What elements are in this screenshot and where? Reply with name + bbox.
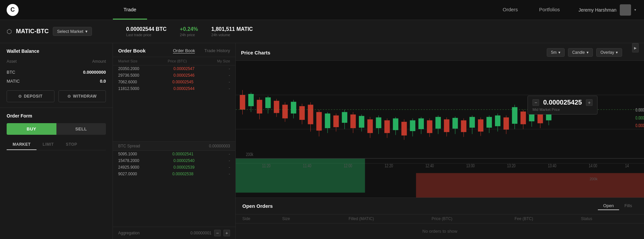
deposit-icon: ⊙: [18, 94, 22, 99]
overlay-chevron-icon: ▾: [616, 50, 618, 55]
svg-rect-37: [393, 119, 398, 130]
buy-mysize-1: -: [229, 152, 230, 156]
select-market-button[interactable]: Select Market ▾: [53, 27, 92, 36]
svg-text:14:00: 14:00: [589, 163, 597, 168]
svg-text:0.00002540: 0.00002540: [635, 123, 644, 128]
chart-expand-button[interactable]: ▶: [632, 43, 639, 52]
timeframe-chevron-icon: ▾: [558, 50, 560, 55]
order-type-market[interactable]: MARKET: [7, 139, 37, 150]
nav-tab-portfolios[interactable]: Portfolios: [528, 0, 571, 20]
col-side: Side: [242, 216, 282, 221]
buy-tab[interactable]: BUY: [7, 123, 56, 135]
svg-text:13:20: 13:20: [507, 163, 516, 168]
logo-area: C: [0, 0, 113, 20]
sell-row-1: 20350.2000 0.00002547 -: [113, 65, 235, 72]
svg-rect-41: [410, 120, 415, 131]
svg-text:200k: 200k: [246, 152, 254, 157]
user-name: Jeremy Harshman: [579, 7, 616, 13]
withdraw-button[interactable]: ⊙ WITHDRAW: [58, 90, 106, 102]
timeframe-selector[interactable]: 5m ▾: [547, 48, 565, 57]
buy-price-2: 0.00002540: [174, 158, 195, 163]
balance-table-header: Asset Amount: [7, 58, 106, 65]
buy-price-4: 0.00002538: [172, 172, 193, 176]
svg-rect-29: [359, 116, 364, 127]
market-stat-volume: 1,801,511 MATIC 24h volume: [211, 26, 253, 37]
market-stat-price: 0.00002544 BTC Last trade price: [126, 26, 167, 37]
order-type-stop[interactable]: STOP: [60, 139, 83, 150]
buy-mysize-2: -: [229, 158, 230, 163]
user-menu[interactable]: Jeremy Harshman ▾: [579, 4, 636, 16]
mid-price-plus-button[interactable]: +: [586, 99, 593, 106]
svg-rect-57: [478, 120, 483, 132]
market-pair-icon: ⬡: [7, 28, 12, 35]
order-type-limit[interactable]: LIMIT: [37, 139, 60, 150]
top-nav: C Trade Orders Portfolios Jeremy Harshma…: [0, 0, 644, 20]
svg-text:14: 14: [625, 163, 629, 168]
order-book-tabs: Order Book Trade History: [173, 48, 230, 53]
wallet-balance-section: Wallet Balance Asset Amount BTC 0.000000…: [0, 43, 113, 108]
overlay-label: Overlay: [601, 50, 614, 55]
mid-price-value: 0.000025425: [543, 99, 582, 106]
balance-row-btc: BTC 0.00000000: [7, 68, 106, 77]
matic-amount: 0.0: [100, 79, 106, 84]
trade-history-tab[interactable]: Trade History: [204, 48, 230, 53]
open-orders-tabs: Open Fills: [598, 202, 637, 210]
sell-price-2: 0.00002546: [174, 73, 195, 78]
svg-rect-67: [521, 112, 526, 124]
fills-tab[interactable]: Fills: [619, 202, 637, 210]
right-panel: Price Charts 5m ▾ Candle ▾ Overlay ▾ ▶: [236, 43, 644, 239]
buy-size-2: 15478.2000: [118, 158, 139, 163]
no-orders-message: No orders to show: [236, 223, 644, 239]
svg-text:0.000255: 0.000255: [635, 107, 644, 113]
agg-plus-button[interactable]: +: [223, 230, 230, 236]
svg-rect-13: [291, 102, 296, 114]
buy-row-2: 15478.2000 0.00002540 -: [113, 157, 235, 164]
withdraw-icon: ⊙: [67, 94, 71, 99]
chart-area: 11:20 11:40 12:00 12:20 12:40 13:00 13:2…: [236, 61, 644, 198]
volume-value: 1,801,511 MATIC: [211, 26, 253, 32]
mid-price-minus-button[interactable]: −: [532, 99, 539, 106]
svg-rect-31: [367, 120, 373, 133]
chart-type-selector[interactable]: Candle ▾: [568, 48, 593, 57]
svg-text:11:40: 11:40: [303, 163, 311, 168]
sell-mysize-2: -: [229, 73, 230, 78]
svg-rect-61: [495, 116, 500, 126]
sell-orders: 20350.2000 0.00002547 - 29736.5000 0.000…: [113, 65, 235, 141]
svg-rect-39: [401, 122, 407, 135]
sell-size-4: 11812.5000: [118, 86, 139, 91]
nav-tab-orders[interactable]: Orders: [492, 0, 528, 20]
nav-tab-trade[interactable]: Trade: [113, 0, 147, 20]
open-tab[interactable]: Open: [598, 202, 619, 210]
buy-size-4: 9027.0000: [118, 172, 137, 176]
order-book-tab[interactable]: Order Book: [173, 48, 195, 53]
order-form-title: Order Form: [7, 113, 106, 119]
chart-type-label: Candle: [572, 50, 585, 55]
svg-rect-21: [325, 114, 330, 128]
amount-col-header: Amount: [92, 59, 106, 64]
deposit-label: DEPOSIT: [24, 94, 42, 99]
sell-mysize-1: -: [229, 66, 230, 71]
mid-price-label: Mid Market Price: [532, 108, 593, 112]
overlay-selector[interactable]: Overlay ▾: [596, 48, 622, 57]
buy-size-3: 24925.9000: [118, 165, 139, 170]
svg-rect-59: [486, 117, 492, 127]
wallet-balance-title: Wallet Balance: [7, 48, 106, 54]
volume-label-right: 200k: [590, 177, 598, 181]
buy-mysize-3: -: [229, 165, 230, 170]
user-avatar: [620, 4, 631, 16]
sell-size-2: 29736.5000: [118, 73, 139, 78]
price-change-label: 24h price: [180, 33, 198, 37]
col-price-btc: Price (BTC): [168, 59, 187, 63]
agg-minus-button[interactable]: −: [214, 230, 221, 236]
svg-rect-15: [299, 106, 305, 120]
matic-asset-name: MATIC: [7, 79, 20, 84]
app-logo: C: [7, 4, 19, 16]
col-size: Size: [282, 216, 349, 221]
col-market-size: Market Size: [118, 59, 137, 63]
volume-bar-red: [416, 173, 644, 198]
sell-tab[interactable]: SELL: [56, 123, 106, 135]
aggregation-row: Aggregation 0.00000001 − +: [113, 227, 235, 239]
deposit-button[interactable]: ⊙ DEPOSIT: [7, 90, 54, 102]
svg-text:12:40: 12:40: [425, 163, 434, 168]
withdraw-label: WITHDRAW: [73, 94, 97, 99]
